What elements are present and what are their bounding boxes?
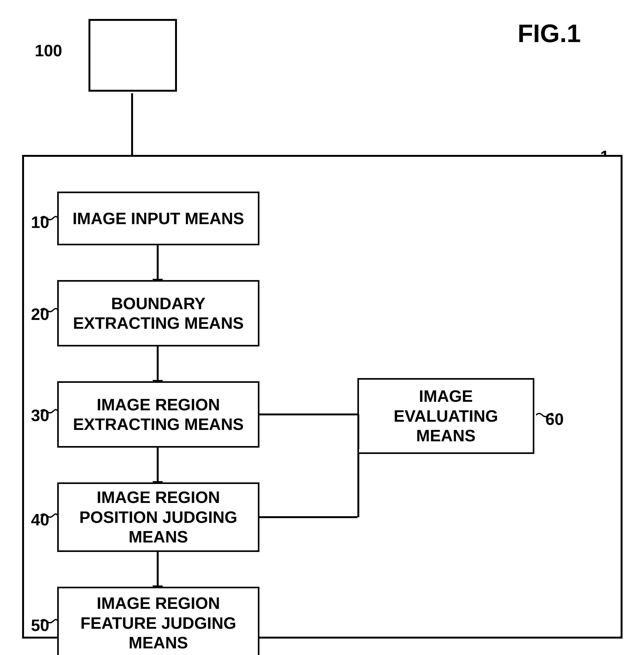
block-20-text: BOUNDARYEXTRACTING MEANS [73, 294, 244, 333]
block-50-text: IMAGE REGIONFEATURE JUDGINGMEANS [80, 593, 236, 653]
squiggle-10 [41, 215, 58, 221]
connector-30-40 [157, 448, 159, 482]
v-right-connector [358, 414, 359, 449]
connector-10-20 [157, 245, 159, 280]
arrow-top-to-main [131, 93, 133, 160]
block-image-region-position: IMAGE REGIONPOSITION JUDGINGMEANS [57, 482, 259, 552]
figure-title: FIG.1 [518, 19, 581, 48]
squiggle-40 [41, 513, 58, 519]
h-connector-30-60 [259, 413, 358, 415]
connector-20-30 [157, 346, 159, 381]
top-device-box [89, 19, 177, 92]
block-image-evaluating: IMAGEEVALUATINGMEANS [358, 378, 534, 454]
squiggle-50 [41, 618, 58, 624]
block-boundary-extracting: BOUNDARYEXTRACTING MEANS [57, 280, 259, 346]
connector-40-50 [157, 552, 159, 587]
block-10-text: IMAGE INPUT MEANS [72, 209, 244, 228]
page: FIG.1 1 100 IMAGE INPUT MEANS 10 BOUNDAR… [0, 0, 644, 655]
v-connector-40-60 [358, 454, 359, 517]
block-image-input-means: IMAGE INPUT MEANS [57, 191, 259, 245]
label-100: 100 [35, 41, 62, 60]
block-40-text: IMAGE REGIONPOSITION JUDGINGMEANS [79, 488, 237, 547]
squiggle-20 [41, 307, 58, 313]
squiggle-30 [41, 408, 58, 414]
block-30-text: IMAGE REGIONEXTRACTING MEANS [73, 395, 244, 434]
block-60-text: IMAGEEVALUATINGMEANS [394, 386, 498, 446]
main-outer-box: IMAGE INPUT MEANS 10 BOUNDARYEXTRACTING … [22, 155, 622, 638]
squiggle-60 [536, 412, 553, 418]
block-image-region-extracting: IMAGE REGIONEXTRACTING MEANS [57, 381, 259, 448]
block-image-region-feature: IMAGE REGIONFEATURE JUDGINGMEANS [57, 587, 259, 655]
h-connector-40-right [259, 516, 358, 518]
